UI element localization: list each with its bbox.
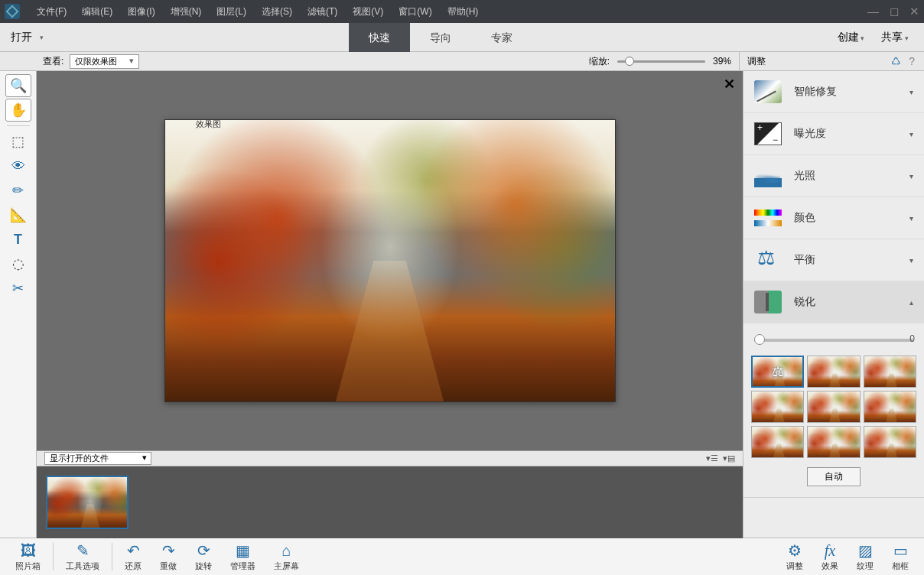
- view-dropdown[interactable]: 仅限效果图: [70, 54, 139, 69]
- home-icon: ⌂: [281, 541, 291, 560]
- adjust-exposure[interactable]: 曝光度 ▾: [743, 113, 924, 155]
- photo-thumbnail[interactable]: [46, 476, 129, 529]
- canvas-label: 效果图: [196, 119, 221, 130]
- canvas-image[interactable]: [164, 119, 616, 402]
- photo-bin-button[interactable]: 🖼照片箱: [6, 541, 50, 572]
- adjust-color[interactable]: 颜色 ▾: [743, 197, 924, 239]
- chevron-down-icon: ▾: [909, 214, 913, 223]
- chevron-down-icon: ▾: [909, 88, 913, 96]
- open-dropdown-icon[interactable]: ▾: [40, 34, 44, 41]
- menu-image[interactable]: 图像(I): [120, 5, 162, 18]
- texture-icon: ▨: [858, 541, 873, 560]
- sharpen-slider[interactable]: 0: [754, 339, 913, 342]
- redo-icon: ↷: [162, 541, 175, 560]
- straighten-tool[interactable]: 📐: [5, 203, 31, 226]
- sharpen-preset-7[interactable]: [751, 426, 804, 458]
- adjustments-button[interactable]: ⚙调整: [777, 541, 812, 572]
- chevron-down-icon: ▾: [909, 256, 913, 265]
- rotate-icon: ⟳: [197, 541, 210, 560]
- menu-enhance[interactable]: 增强(N): [163, 5, 210, 18]
- bin-menu-icon[interactable]: ▾▤: [723, 453, 735, 463]
- color-icon: [754, 206, 782, 229]
- rotate-button[interactable]: ⟳旋转: [186, 541, 221, 572]
- menu-window[interactable]: 窗口(W): [391, 5, 439, 18]
- menu-help[interactable]: 帮助(H): [440, 5, 486, 18]
- chevron-down-icon: ▾: [909, 130, 913, 138]
- zoom-label: 缩放:: [589, 55, 610, 68]
- tool-options-button[interactable]: ✎工具选项: [57, 541, 109, 572]
- textures-button[interactable]: ▨纹理: [848, 541, 883, 572]
- redo-button[interactable]: ↷重做: [151, 541, 186, 572]
- organizer-icon: ▦: [236, 541, 250, 560]
- home-button[interactable]: ⌂主屏幕: [265, 541, 308, 572]
- sharpen-preset-2[interactable]: [807, 356, 860, 388]
- sharpen-preset-1[interactable]: ⚖: [751, 356, 804, 388]
- adjustments-panel: 智能修复 ▾ 曝光度 ▾ 光照 ▾ 颜色 ▾ 平衡 ▾ 锐化 ▴: [743, 71, 924, 538]
- menu-select[interactable]: 选择(S): [254, 5, 300, 18]
- quick-select-tool[interactable]: ⬚: [5, 130, 31, 153]
- zoom-tool[interactable]: 🔍: [5, 74, 31, 97]
- close-icon[interactable]: ✕: [909, 5, 919, 18]
- open-button[interactable]: 打开: [0, 31, 43, 44]
- tool-options-icon: ✎: [76, 541, 89, 560]
- adjust-smartfix[interactable]: 智能修复 ▾: [743, 71, 924, 113]
- undo-button[interactable]: ↶还原: [116, 541, 151, 572]
- adjust-lighting[interactable]: 光照 ▾: [743, 155, 924, 197]
- chevron-up-icon: ▴: [909, 298, 913, 307]
- menu-view[interactable]: 视图(V): [345, 5, 391, 18]
- menu-layer[interactable]: 图层(L): [209, 5, 254, 18]
- zoom-value: 39%: [713, 56, 731, 67]
- menu-filter[interactable]: 滤镜(T): [300, 5, 345, 18]
- adjust-balance[interactable]: 平衡 ▾: [743, 239, 924, 281]
- balance-icon: [754, 249, 782, 271]
- mode-bar: 打开 ▾ 快速 导向 专家 创建 共享: [0, 23, 924, 52]
- frame-icon: ▭: [893, 541, 908, 560]
- auto-button[interactable]: 自动: [807, 467, 861, 486]
- crop-tool[interactable]: ✂: [5, 277, 31, 300]
- chevron-down-icon: ▾: [909, 172, 913, 180]
- maximize-icon[interactable]: ◻: [890, 5, 899, 18]
- minimize-icon[interactable]: —: [867, 5, 879, 18]
- undo-icon: ↶: [127, 541, 140, 560]
- menu-bar: 文件(F) 编辑(E) 图像(I) 增强(N) 图层(L) 选择(S) 滤镜(T…: [0, 0, 924, 23]
- canvas-area: ✕ 效果图 显示打开的文件 ▾☰ ▾▤: [37, 71, 743, 538]
- photo-bin-dropdown[interactable]: 显示打开的文件: [44, 452, 151, 465]
- smartfix-icon: [754, 80, 782, 103]
- sharpen-preset-9[interactable]: [864, 426, 916, 458]
- tab-guided[interactable]: 导向: [410, 23, 471, 52]
- sharpen-preset-3[interactable]: [864, 356, 916, 388]
- menu-edit[interactable]: 编辑(E): [74, 5, 120, 18]
- redeye-tool[interactable]: 👁: [5, 154, 31, 177]
- hand-tool[interactable]: ✋: [5, 99, 31, 122]
- bin-list-icon[interactable]: ▾☰: [706, 453, 718, 463]
- reset-icon[interactable]: ♺: [891, 52, 901, 71]
- app-logo: [5, 4, 20, 19]
- tab-expert[interactable]: 专家: [471, 23, 532, 52]
- sliders-icon: ⚙: [788, 541, 802, 560]
- help-icon[interactable]: ?: [909, 52, 915, 71]
- toolbar: 🔍 ✋ ⬚ 👁 ✏ 📐 T ◌ ✂: [0, 71, 37, 538]
- text-tool[interactable]: T: [5, 228, 31, 251]
- sharpen-preset-5[interactable]: [807, 391, 860, 423]
- whiten-tool[interactable]: ✏: [5, 179, 31, 202]
- sharpen-preset-6[interactable]: [864, 391, 916, 423]
- sharpen-preset-8[interactable]: [807, 426, 860, 458]
- spot-heal-tool[interactable]: ◌: [5, 252, 31, 275]
- sharpen-preset-4[interactable]: [751, 391, 804, 423]
- frames-button[interactable]: ▭相框: [883, 541, 918, 572]
- sharpen-controls: 0 ⚖ 自动: [743, 323, 924, 498]
- share-button[interactable]: 共享: [881, 31, 909, 44]
- effects-button[interactable]: fx效果: [812, 541, 848, 572]
- exposure-icon: [754, 122, 782, 145]
- organizer-button[interactable]: ▦管理器: [221, 541, 265, 572]
- photo-bin-icon: 🖼: [21, 541, 36, 560]
- options-bar: 查看: 仅限效果图 缩放: 39% 调整 ♺ ?: [0, 52, 924, 71]
- photo-bin: 显示打开的文件 ▾☰ ▾▤: [37, 450, 743, 538]
- menu-file[interactable]: 文件(F): [29, 5, 74, 18]
- view-label: 查看:: [43, 55, 63, 68]
- tab-quick[interactable]: 快速: [349, 23, 410, 52]
- fx-icon: fx: [825, 541, 835, 560]
- zoom-slider[interactable]: [617, 60, 705, 63]
- adjust-sharpen[interactable]: 锐化 ▴: [743, 281, 924, 323]
- create-button[interactable]: 创建: [838, 31, 865, 44]
